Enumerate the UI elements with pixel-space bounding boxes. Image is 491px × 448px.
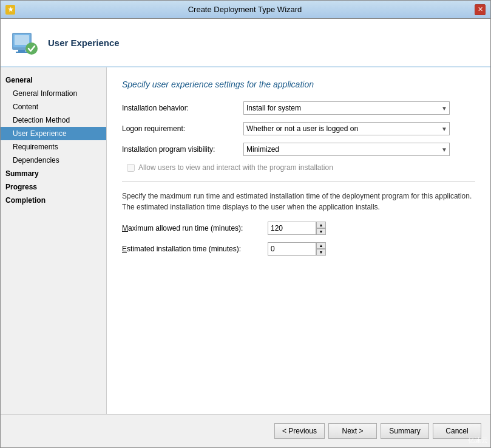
- next-button[interactable]: Next >: [328, 423, 377, 439]
- max-runtime-label: Maximum allowed run time (minutes):: [122, 224, 268, 232]
- estimated-time-input[interactable]: 0: [268, 242, 316, 256]
- estimated-time-label: Estimated installation time (minutes):: [122, 245, 268, 253]
- title-bar: ★ Create Deployment Type Wizard ✕: [1, 1, 490, 19]
- header-icon: [10, 28, 39, 57]
- content-area: General General Information Content Dete…: [1, 67, 490, 414]
- installation-behavior-wrapper: Install for system Install for user Inst…: [243, 101, 450, 115]
- logon-requirement-wrapper: Whether or not a user is logged on Only …: [243, 122, 450, 135]
- main-content: Specify user experience settings for the…: [107, 67, 490, 414]
- estimated-time-spinbox-buttons: ▲ ▼: [316, 242, 326, 256]
- visibility-row: Installation program visibility: Minimiz…: [122, 143, 475, 156]
- max-runtime-spinbox-buttons: ▲ ▼: [316, 222, 326, 235]
- sidebar-item-user-experience[interactable]: User Experience: [1, 127, 106, 140]
- allow-interact-checkbox[interactable]: [127, 164, 135, 172]
- svg-rect-4: [16, 52, 28, 53]
- watermark: 亿速云: [468, 436, 488, 445]
- max-runtime-spinbox-wrapper: 120 ▲ ▼: [268, 222, 326, 235]
- sidebar-item-general[interactable]: General: [1, 73, 106, 87]
- header-title: User Experience: [48, 38, 120, 48]
- allow-interact-row: Allow users to view and interact with th…: [122, 163, 475, 172]
- estimated-time-label-text: Estimated installation time (minutes):: [122, 245, 241, 253]
- sidebar-item-completion[interactable]: Completion: [1, 194, 106, 207]
- svg-rect-2: [15, 35, 29, 45]
- visibility-wrapper: Minimized Normal Hidden Maximized ▼: [243, 143, 450, 156]
- header-section: User Experience: [1, 19, 490, 67]
- logon-requirement-label: Logon requirement:: [122, 124, 243, 133]
- footer: < Previous Next > Summary Cancel: [1, 414, 490, 447]
- sidebar-item-general-information[interactable]: General Information: [1, 87, 106, 100]
- sidebar-item-summary[interactable]: Summary: [1, 167, 106, 180]
- previous-button[interactable]: < Previous: [274, 423, 325, 439]
- logon-requirement-select[interactable]: Whether or not a user is logged on Only …: [243, 122, 450, 135]
- logon-requirement-row: Logon requirement: Whether or not a user…: [122, 122, 475, 135]
- sidebar-item-content[interactable]: Content: [1, 100, 106, 114]
- section-title: Specify user experience settings for the…: [122, 80, 475, 89]
- visibility-select[interactable]: Minimized Normal Hidden Maximized: [243, 143, 450, 156]
- description-text: Specify the maximum run time and estimat…: [122, 191, 475, 212]
- sidebar-item-detection-method[interactable]: Detection Method: [1, 114, 106, 127]
- installation-behavior-row: Installation behavior: Install for syste…: [122, 101, 475, 115]
- allow-interact-label: Allow users to view and interact with th…: [138, 163, 333, 172]
- sidebar-item-requirements[interactable]: Requirements: [1, 140, 106, 154]
- max-runtime-down-button[interactable]: ▼: [316, 228, 326, 235]
- installation-behavior-select[interactable]: Install for system Install for user Inst…: [243, 101, 450, 115]
- estimated-time-spinbox-wrapper: 0 ▲ ▼: [268, 242, 326, 256]
- estimated-time-down-button[interactable]: ▼: [316, 249, 326, 256]
- title-bar-icon: ★: [5, 5, 15, 15]
- max-runtime-row: Maximum allowed run time (minutes): 120 …: [122, 222, 475, 235]
- summary-button[interactable]: Summary: [381, 423, 429, 439]
- max-runtime-input[interactable]: 120: [268, 222, 316, 235]
- estimated-time-row: Estimated installation time (minutes): 0…: [122, 242, 475, 256]
- installation-behavior-label: Installation behavior:: [122, 104, 243, 112]
- title-bar-title: Create Deployment Type Wizard: [15, 5, 475, 14]
- close-button[interactable]: ✕: [475, 4, 486, 15]
- max-runtime-up-button[interactable]: ▲: [316, 222, 326, 228]
- wizard-window: ★ Create Deployment Type Wizard ✕ User E…: [0, 0, 491, 448]
- sidebar: General General Information Content Dete…: [1, 67, 107, 414]
- sidebar-item-progress[interactable]: Progress: [1, 180, 106, 194]
- max-runtime-label-text: Maximum allowed run time (minutes):: [122, 224, 243, 232]
- estimated-time-up-button[interactable]: ▲: [316, 242, 326, 249]
- separator: [122, 181, 475, 182]
- svg-point-5: [25, 42, 38, 55]
- sidebar-item-dependencies[interactable]: Dependencies: [1, 154, 106, 167]
- visibility-label: Installation program visibility:: [122, 145, 243, 154]
